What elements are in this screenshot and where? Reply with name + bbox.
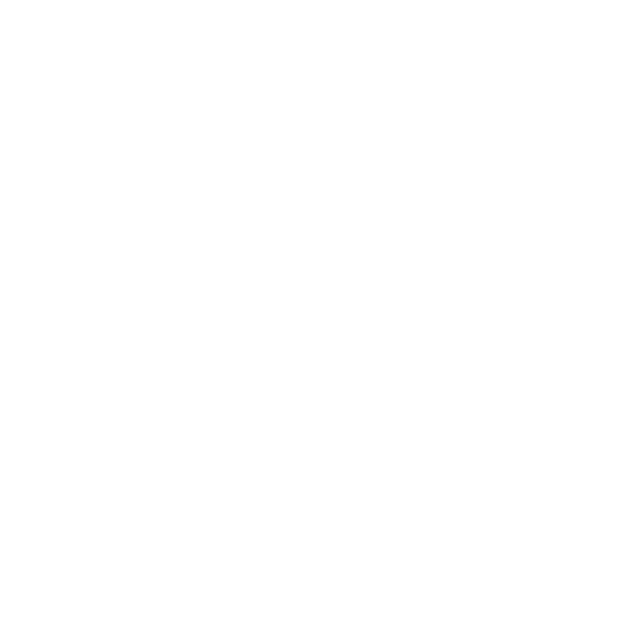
gradient-background [0,0,644,644]
bottleneck-chart [0,0,644,644]
chart-root: { "watermark": "TheBottleneck.com", "col… [0,0,644,644]
